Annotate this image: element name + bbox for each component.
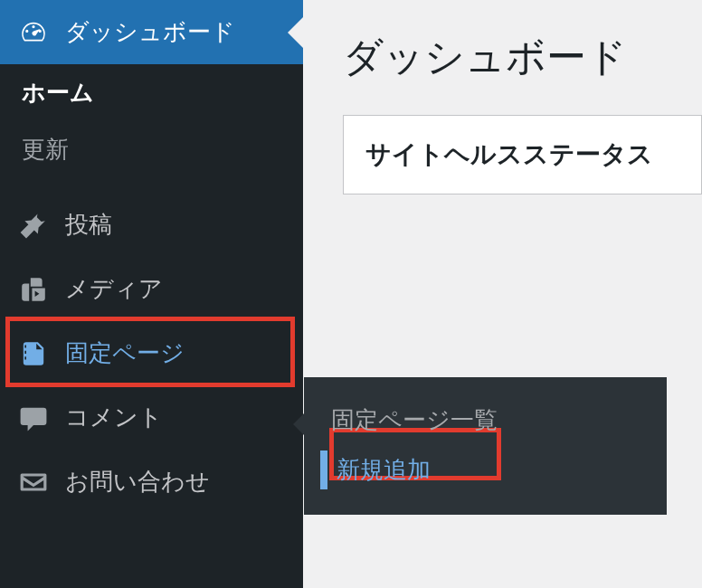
- flyout-item-add-new[interactable]: 新規追加: [304, 445, 667, 495]
- page-title: ダッシュボード: [343, 31, 702, 84]
- comment-icon: [18, 403, 49, 433]
- pin-icon: [18, 210, 49, 241]
- pages-icon: [18, 338, 49, 369]
- admin-sidebar: ダッシュボード ホーム 更新 投稿 メディア 固定ページ コメント お問い合わせ: [0, 0, 303, 588]
- pages-flyout-menu: 固定ページ一覧 新規追加: [304, 377, 667, 515]
- sidebar-item-label: お問い合わせ: [65, 466, 210, 498]
- sidebar-item-contact[interactable]: お問い合わせ: [0, 450, 303, 514]
- dashboard-icon: [18, 17, 49, 48]
- sidebar-item-media[interactable]: メディア: [0, 257, 303, 321]
- sidebar-item-posts[interactable]: 投稿: [0, 193, 303, 257]
- sidebar-subitem-updates[interactable]: 更新: [0, 121, 303, 193]
- media-icon: [18, 274, 49, 305]
- sidebar-subitem-home[interactable]: ホーム: [0, 64, 303, 121]
- sidebar-item-pages[interactable]: 固定ページ: [0, 321, 303, 385]
- sidebar-item-label: 固定ページ: [65, 337, 185, 369]
- sidebar-item-label: メディア: [65, 273, 163, 305]
- sidebar-item-label: ダッシュボード: [65, 16, 235, 48]
- main-content: ダッシュボード サイトヘルスステータス 固定ページ一覧 新規追加: [303, 0, 702, 588]
- sidebar-item-dashboard[interactable]: ダッシュボード: [0, 0, 303, 64]
- sidebar-item-label: 投稿: [65, 209, 112, 241]
- sidebar-item-comments[interactable]: コメント: [0, 385, 303, 450]
- sidebar-item-label: コメント: [65, 402, 163, 433]
- envelope-icon: [18, 467, 49, 498]
- flyout-item-pages-list[interactable]: 固定ページ一覧: [304, 395, 667, 445]
- site-health-card[interactable]: サイトヘルスステータス: [343, 115, 702, 194]
